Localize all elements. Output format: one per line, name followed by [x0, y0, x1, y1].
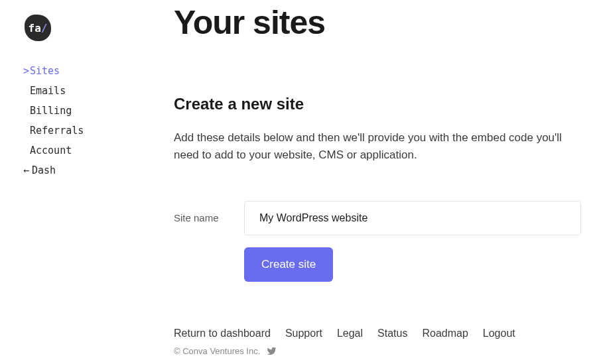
nav-item-sites[interactable]: >Sites	[23, 61, 133, 81]
footer-copyright-row: © Conva Ventures Inc.	[174, 346, 515, 356]
main-content: Your sites Create a new site Add these d…	[174, 0, 584, 282]
page-title: Your sites	[174, 3, 584, 42]
nav-label: Account	[30, 145, 72, 156]
site-name-input[interactable]	[244, 201, 581, 235]
nav-item-account[interactable]: Account	[23, 141, 133, 160]
nav-item-emails[interactable]: Emails	[23, 81, 133, 101]
nav-item-back-dash[interactable]: ←Dash	[23, 160, 133, 180]
logo[interactable]: fa/	[25, 15, 51, 41]
caret-icon: >	[23, 65, 30, 77]
footer-link-support[interactable]: Support	[285, 328, 322, 339]
create-site-button[interactable]: Create site	[244, 247, 333, 282]
nav-item-referrals[interactable]: Referrals	[23, 121, 133, 141]
field-row-site-name: Site name	[174, 201, 584, 235]
footer-link-return[interactable]: Return to dashboard	[174, 328, 271, 339]
nav-label: Emails	[30, 85, 66, 97]
nav-label: Referrals	[30, 125, 84, 137]
section-title: Create a new site	[174, 95, 584, 113]
footer: Return to dashboard Support Legal Status…	[174, 328, 515, 356]
footer-link-roadmap[interactable]: Roadmap	[422, 328, 468, 339]
nav-label: Billing	[30, 105, 72, 117]
sidebar: fa/ >Sites Emails Billing Referrals Acco…	[0, 0, 133, 180]
nav-label: Sites	[30, 65, 60, 77]
section-description: Add these details below and then we'll p…	[174, 129, 572, 164]
nav-item-billing[interactable]: Billing	[23, 101, 133, 121]
footer-link-status[interactable]: Status	[377, 328, 407, 339]
arrow-left-icon: ←	[23, 164, 29, 176]
twitter-icon[interactable]	[267, 346, 277, 356]
logo-slash: /	[41, 22, 48, 34]
footer-links: Return to dashboard Support Legal Status…	[174, 328, 515, 339]
footer-link-legal[interactable]: Legal	[337, 328, 363, 339]
footer-copyright: © Conva Ventures Inc.	[174, 346, 260, 356]
button-row: Create site	[174, 247, 584, 282]
footer-link-logout[interactable]: Logout	[483, 328, 515, 339]
logo-text: fa	[29, 22, 41, 34]
nav-list: >Sites Emails Billing Referrals Account …	[23, 61, 133, 180]
nav-label: Dash	[32, 164, 56, 176]
site-name-label: Site name	[174, 212, 244, 223]
